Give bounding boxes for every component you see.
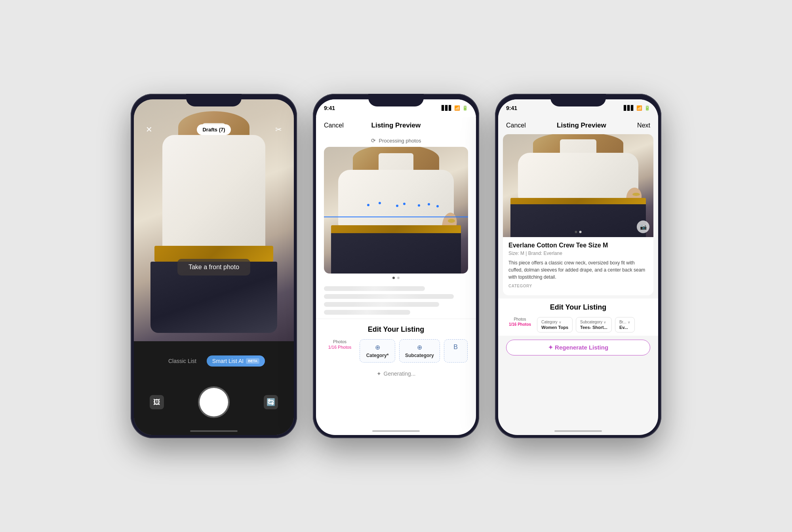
tab-photos[interactable]: Photos 1/16 Photos xyxy=(324,339,356,363)
carousel-dots xyxy=(316,274,476,282)
edit-title: Edit Your Listing xyxy=(324,325,468,334)
skeleton-line-2 xyxy=(324,294,454,299)
photo-prompt: Take a front photo xyxy=(177,259,250,276)
tab-category-label: Category* xyxy=(366,353,389,358)
generating-text: Generating... xyxy=(384,370,416,377)
cancel-button[interactable]: Cancel xyxy=(324,122,344,129)
flip-camera-icon[interactable]: 🔄 xyxy=(264,395,278,409)
tab-subcategory-label: Subcategory xyxy=(405,353,434,358)
image-carousel-dots xyxy=(575,231,582,233)
carousel-dot-2[interactable] xyxy=(397,277,400,279)
tab-brand[interactable]: Br... ∨ Ev... xyxy=(615,317,635,332)
tab-photos-value: 1/16 Photos xyxy=(509,322,531,327)
tab-row: Photos 1/16 Photos Category ∨ Women Tops xyxy=(506,317,650,332)
processing-text: Processing photos xyxy=(379,138,421,144)
tab-category-label: Category xyxy=(541,320,558,324)
tab-brand-label: Br... xyxy=(619,320,626,324)
edit-section: Edit Your Listing Photos 1/16 Photos Cat… xyxy=(498,298,658,336)
tab-brand-value: Ev... xyxy=(619,325,628,330)
home-indicator xyxy=(554,430,602,432)
sparkle-icon: ✦ xyxy=(377,370,381,377)
processing-status: ⟳ Processing photos xyxy=(316,134,476,147)
tab-row: Photos 1/16 Photos ⊕ Category* ⊕ Subcate… xyxy=(324,339,468,363)
status-bar: 9:41 ▋▋▋ 📶 🔋 xyxy=(498,99,658,117)
tab-category-value: Women Tops xyxy=(541,325,568,330)
tab-brand[interactable]: B xyxy=(444,339,468,363)
tab-subcategory-value: Tees- Short... xyxy=(580,325,607,330)
capture-button[interactable] xyxy=(200,388,228,416)
nav-bar: Cancel Listing Preview xyxy=(316,117,476,134)
skeleton-loader xyxy=(316,282,476,319)
phone-3: 9:41 ▋▋▋ 📶 🔋 Cancel Listing Preview Next xyxy=(495,94,661,438)
scan-line xyxy=(324,217,468,217)
gallery-icon[interactable]: 🖼 xyxy=(150,395,164,409)
regenerate-label: ✦ Regenerate Listing xyxy=(548,344,608,351)
tab-photos-value: 1/16 Photos xyxy=(328,345,352,350)
scissors-icon[interactable]: ✂ xyxy=(272,122,286,137)
tab-category[interactable]: ⊕ Category* xyxy=(360,339,395,363)
regenerate-button[interactable]: ✦ Regenerate Listing xyxy=(506,340,650,355)
status-icons: ▋▋▋ 📶 🔋 xyxy=(624,105,650,111)
edit-photo-button[interactable]: 📷 xyxy=(637,220,649,233)
tab-brand-icon: B xyxy=(453,344,458,351)
phone-1: ✕ Drafts (7) ✂ Take a front photo Classi… xyxy=(131,94,297,438)
tab-subcategory[interactable]: ⊕ Subcategory xyxy=(399,339,440,363)
tab-photos[interactable]: Photos 1/16 Photos xyxy=(506,317,534,332)
tab-photos-label: Photos xyxy=(514,317,526,321)
home-indicator xyxy=(372,430,420,432)
status-icons: ▋▋▋ 📶 🔋 xyxy=(442,105,468,111)
tab-subcategory-label: Subcategory xyxy=(580,320,602,324)
category-label: CATEGORY xyxy=(508,284,648,288)
status-time: 9:41 xyxy=(324,105,335,111)
generating-status: ✦ Generating... xyxy=(316,366,476,380)
drafts-button[interactable]: Drafts (7) xyxy=(197,124,230,135)
page-title: Listing Preview xyxy=(557,122,606,129)
tab-photos-label: Photos xyxy=(333,339,346,344)
smart-list-button[interactable]: Smart List AI BETA xyxy=(207,355,265,367)
edit-section: Edit Your Listing Photos 1/16 Photos ⊕ C… xyxy=(316,319,476,366)
carousel-dot-2[interactable] xyxy=(579,231,582,233)
cancel-button[interactable]: Cancel xyxy=(506,122,526,129)
carousel-dot-1[interactable] xyxy=(392,277,395,279)
phone-2: 9:41 ▋▋▋ 📶 🔋 Cancel Listing Preview ⟳ Pr… xyxy=(313,94,479,438)
listing-title: Everlane Cotton Crew Tee Size M xyxy=(508,242,648,249)
next-button[interactable]: Next xyxy=(637,122,650,129)
tab-subcategory[interactable]: Subcategory ∨ Tees- Short... xyxy=(576,317,612,332)
page-title: Listing Preview xyxy=(371,122,421,129)
nav-bar: Cancel Listing Preview Next xyxy=(498,117,658,134)
listing-image xyxy=(324,147,468,274)
listing-card: 📷 Everlane Cotton Crew Tee Size M Size: … xyxy=(503,134,653,295)
listing-description: This piece offers a classic crew neck, o… xyxy=(508,259,648,281)
listing-card-content: Everlane Cotton Crew Tee Size M Size: M … xyxy=(503,237,653,295)
skeleton-line-3 xyxy=(324,302,439,307)
tab-subcategory-icon: ⊕ xyxy=(417,344,422,351)
loading-icon: ⟳ xyxy=(371,137,376,144)
status-bar: 9:41 ▋▋▋ 📶 🔋 xyxy=(316,99,476,117)
classic-list-button[interactable]: Classic List xyxy=(163,355,202,367)
tab-category-icon: ⊕ xyxy=(375,344,380,351)
home-indicator xyxy=(190,430,238,432)
close-icon[interactable]: ✕ xyxy=(142,122,156,137)
beta-badge: BETA xyxy=(246,358,259,364)
skeleton-line-1 xyxy=(324,286,425,291)
edit-title: Edit Your Listing xyxy=(506,303,650,312)
tab-category[interactable]: Category ∨ Women Tops xyxy=(537,317,573,332)
skeleton-line-4 xyxy=(324,310,410,315)
listing-card-image: 📷 xyxy=(503,134,653,237)
status-time: 9:41 xyxy=(506,105,517,111)
carousel-dot-1[interactable] xyxy=(575,231,577,233)
listing-meta: Size: M | Brand: Everlane xyxy=(508,251,648,256)
